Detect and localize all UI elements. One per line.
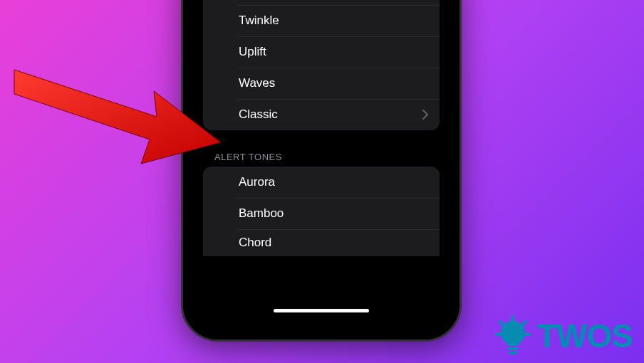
ringtone-label: Twinkle bbox=[239, 14, 428, 28]
ringtone-row-summit[interactable]: Summit bbox=[203, 0, 440, 5]
alert-tone-row-bamboo[interactable]: Bamboo bbox=[203, 198, 440, 229]
lightbulb-icon bbox=[494, 315, 531, 357]
alert-tones-header: ALERT TONES bbox=[214, 152, 428, 162]
alert-tone-row-chord[interactable]: Chord bbox=[203, 229, 440, 256]
ringtone-row-waves[interactable]: Waves bbox=[203, 68, 440, 99]
phone-frame: Summit Twinkle Uplift Waves Classic bbox=[181, 0, 462, 342]
chevron-right-icon bbox=[422, 110, 428, 120]
alert-tone-label: Aurora bbox=[239, 175, 428, 189]
row-indent bbox=[214, 236, 229, 250]
row-indent bbox=[214, 14, 229, 28]
ringtone-row-uplift[interactable]: Uplift bbox=[203, 36, 440, 68]
phone-screen: Summit Twinkle Uplift Waves Classic bbox=[193, 0, 450, 330]
alert-tone-label: Chord bbox=[239, 236, 428, 250]
alert-tone-label: Bamboo bbox=[239, 206, 428, 221]
row-indent bbox=[214, 76, 229, 90]
row-indent bbox=[214, 45, 229, 59]
ringtone-row-twinkle[interactable]: Twinkle bbox=[203, 5, 440, 36]
ringtone-label: Uplift bbox=[239, 45, 428, 59]
ringtone-label: Waves bbox=[239, 76, 428, 90]
ringtones-group: Summit Twinkle Uplift Waves Classic bbox=[203, 0, 440, 130]
alert-tones-group: Aurora Bamboo Chord bbox=[203, 167, 440, 256]
brand-text: TWOS bbox=[537, 317, 633, 355]
brand-watermark: TWOS bbox=[494, 315, 633, 357]
row-indent bbox=[214, 175, 229, 189]
alert-tone-row-aurora[interactable]: Aurora bbox=[203, 167, 440, 198]
ringtone-row-classic[interactable]: Classic bbox=[203, 99, 440, 130]
ringtone-label: Classic bbox=[239, 107, 422, 122]
row-indent bbox=[214, 206, 229, 221]
home-indicator[interactable] bbox=[274, 309, 369, 312]
row-indent bbox=[214, 107, 229, 122]
